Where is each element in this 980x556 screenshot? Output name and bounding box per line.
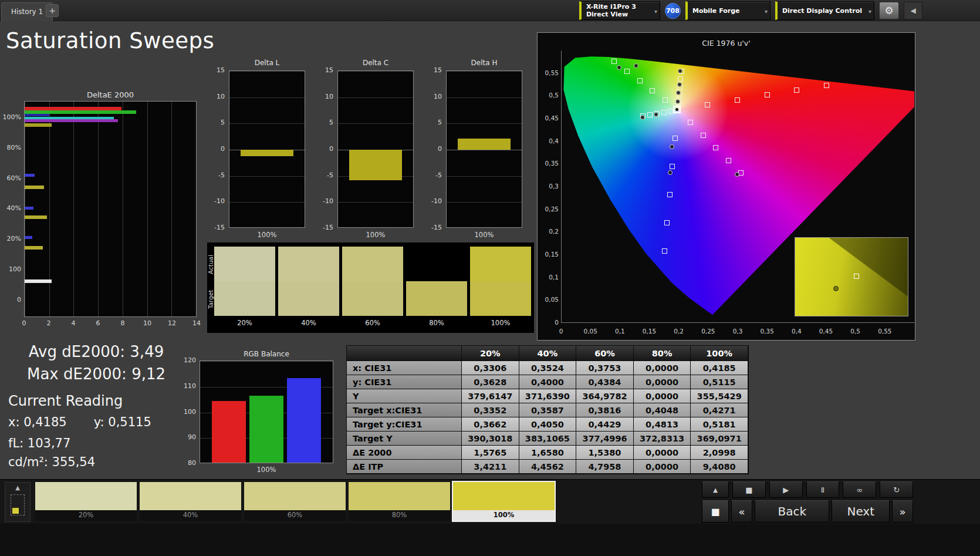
- gridline: [447, 123, 522, 124]
- x-tick-label: 0,15: [640, 328, 659, 335]
- table-cell: 0,4429: [576, 417, 634, 432]
- y-tick-label: 100: [9, 265, 21, 273]
- table-row: y: CIE310,36280,40000,43840,00000,5115: [347, 375, 748, 389]
- next-fast-button[interactable]: »: [892, 500, 913, 523]
- stop-icon: ■: [711, 506, 719, 517]
- meter-dropdown[interactable]: X-Rite i1Pro 3 Direct View ▾: [579, 1, 660, 20]
- table-cell: 364,9782: [576, 389, 634, 403]
- table-cell: 0,4050: [519, 417, 577, 432]
- table-row-label: x: CIE31: [347, 361, 462, 375]
- play-button[interactable]: ▶: [769, 481, 803, 498]
- chevron-down-icon: ▾: [765, 8, 768, 15]
- table-cell: 372,8313: [634, 432, 691, 446]
- y-tick-label: 0,1: [539, 274, 559, 281]
- gridline: [147, 102, 148, 316]
- collapse-panel-button[interactable]: ◀: [904, 2, 922, 19]
- stop-button[interactable]: ■: [732, 481, 766, 498]
- rgb-bar: [249, 396, 283, 463]
- source-dropdown[interactable]: Mobile Forge ▾: [685, 1, 771, 20]
- deltae-x-axis: 02468101214: [5, 319, 200, 329]
- table-cell: 0,3306: [462, 361, 519, 375]
- rgb-plot-area: [200, 360, 333, 463]
- deltae-bar: [25, 279, 52, 283]
- current-reading-title: Current Reading: [8, 393, 123, 409]
- back-button[interactable]: Back: [755, 500, 829, 523]
- gridline: [123, 102, 123, 316]
- refresh-button[interactable]: ↻: [880, 481, 913, 498]
- y-tick-label: 0,2: [539, 228, 559, 235]
- gridline: [200, 361, 333, 362]
- back-fast-button[interactable]: «: [731, 500, 752, 523]
- table-row: Y379,6147371,6390364,97820,0000355,5429: [347, 389, 748, 403]
- y-tick-label: 0,35: [539, 160, 559, 167]
- table-cell: 355,5429: [691, 389, 748, 403]
- deltae-bar: [25, 114, 49, 116]
- y-tick-label: 90: [188, 433, 196, 441]
- delta-bar: [458, 139, 511, 150]
- table-cell: 383,1065: [519, 432, 577, 446]
- pause-button[interactable]: Ⅱ: [806, 481, 840, 498]
- table-cell: 0,3662: [462, 417, 519, 432]
- y-tick-label: 0: [17, 296, 21, 304]
- saturation-patch-button-100%[interactable]: 100%: [453, 482, 555, 521]
- table-cell: 0,3753: [576, 361, 634, 375]
- settings-gear-button[interactable]: ⚙: [879, 2, 899, 19]
- cie-measured-point: [676, 90, 681, 95]
- history-tab[interactable]: History 1: [1, 2, 53, 21]
- saturation-patch-button-20%[interactable]: 20%: [35, 482, 137, 521]
- table-row-label: ΔE 2000: [347, 446, 462, 460]
- patch-window-button[interactable]: ▲: [5, 482, 31, 522]
- toolbar-right-group: X-Rite i1Pro 3 Direct View ▾ 708 Mobile …: [579, 1, 922, 20]
- display-control-dropdown[interactable]: Direct Display Control ▾: [775, 1, 874, 20]
- y-tick-label: 15: [325, 66, 333, 74]
- gridline: [338, 97, 413, 98]
- swatch-label: 60%: [342, 319, 403, 327]
- gridline: [447, 97, 522, 98]
- collapse-arrow-icon: ◀: [910, 6, 915, 15]
- patch-label: 40%: [140, 510, 241, 521]
- cie-target-point: [735, 97, 740, 103]
- y-tick-label: 80: [188, 459, 196, 467]
- cie-target-point: [661, 110, 667, 115]
- swatch-pair: [406, 247, 467, 316]
- max-de2000-readout: Max dE2000: 9,12: [8, 365, 184, 383]
- pause-icon: Ⅱ: [821, 486, 824, 494]
- add-tab-button[interactable]: +: [46, 4, 59, 17]
- swatch-cells: 20%40%60%80%100%: [214, 242, 535, 333]
- saturation-patch-button-60%[interactable]: 60%: [244, 482, 346, 521]
- y-tick-label: 0,05: [539, 296, 559, 303]
- saturation-patch-button-80%[interactable]: 80%: [349, 482, 450, 521]
- source-dropdown-label: Mobile Forge: [692, 7, 740, 15]
- deltae-plot-area: [24, 101, 197, 317]
- patch-swatch: [244, 482, 346, 510]
- delta-y-axis: 151050-5-10-15: [210, 70, 227, 228]
- y-tick-label: 80%: [7, 144, 21, 151]
- table-header-row: 20%40%60%80%100%: [347, 346, 748, 361]
- meter-dropdown-label: X-Rite i1Pro 3 Direct View: [586, 3, 636, 18]
- table-row-label: Target Y: [347, 432, 462, 446]
- table-row: ΔE ITP3,42114,45624,79580,00009,4080: [347, 460, 748, 474]
- saturation-patch-button-40%[interactable]: 40%: [140, 482, 241, 521]
- cie-target-point: [824, 83, 829, 88]
- next-button[interactable]: Next: [832, 500, 890, 523]
- chart-title: Delta L: [229, 59, 305, 68]
- delta-chart-body: 151050-5-10-15: [319, 70, 414, 228]
- y-tick-label: 20%: [7, 235, 21, 242]
- chart-title: Delta H: [446, 59, 522, 68]
- target-swatch: [470, 281, 531, 316]
- table-cell: 4,7958: [576, 460, 634, 474]
- loop-button[interactable]: ∞: [843, 481, 876, 498]
- gridline: [171, 102, 172, 316]
- x-tick-label: 4: [66, 319, 80, 327]
- cie-measured-point: [675, 99, 680, 104]
- table-row: x: CIE310,33060,35240,37530,00000,4185: [347, 361, 748, 375]
- deltae-bar: [25, 123, 52, 127]
- scroll-up-button[interactable]: ▲: [702, 481, 729, 498]
- delta-lch-charts: Delta L151050-5-10-15100%Delta C151050-5…: [210, 59, 522, 239]
- delta-chart-body: 151050-5-10-15: [210, 70, 305, 228]
- patch-position-swatch: [12, 508, 19, 514]
- saturation-patch-row: 20%40%60%80%100%: [35, 482, 555, 521]
- stop-measure-button[interactable]: ■: [702, 500, 729, 523]
- table-cell: 0,0000: [634, 460, 691, 474]
- actual-swatch: [470, 247, 531, 281]
